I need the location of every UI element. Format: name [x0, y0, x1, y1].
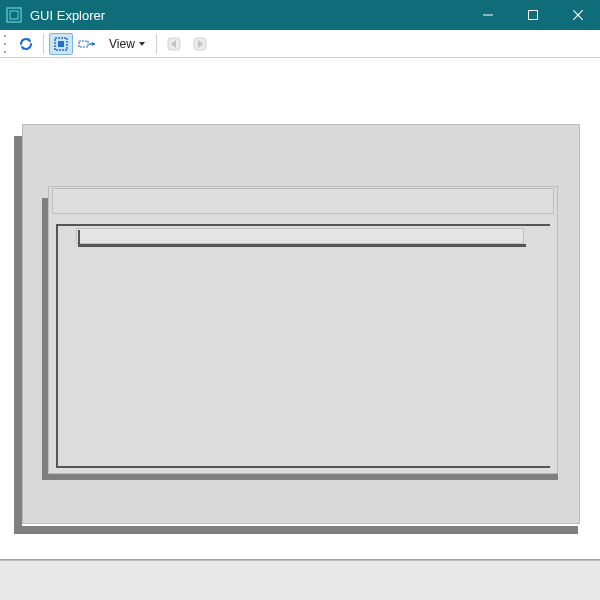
inset-header[interactable]	[52, 188, 554, 214]
frame-line	[56, 224, 58, 468]
inset-row[interactable]	[76, 228, 524, 244]
svg-rect-1	[10, 11, 18, 19]
panel-shadow	[14, 136, 22, 534]
canvas-area[interactable]	[0, 58, 600, 560]
frame-line	[56, 224, 550, 226]
chevron-down-icon	[139, 42, 145, 46]
statusbar	[0, 560, 600, 600]
frame-line	[78, 230, 80, 246]
frame-line	[78, 244, 526, 247]
minimize-button[interactable]	[465, 0, 510, 30]
titlebar: GUI Explorer	[0, 0, 600, 30]
nav-forward-button[interactable]	[188, 33, 212, 55]
maximize-button[interactable]	[510, 0, 555, 30]
svg-marker-12	[92, 42, 95, 46]
toolbar-grip	[4, 35, 10, 53]
panel-shadow	[14, 526, 578, 534]
window-controls	[465, 0, 600, 30]
svg-rect-0	[7, 8, 21, 22]
toolbar: View	[0, 30, 600, 58]
panel-shadow	[42, 474, 558, 480]
view-label: View	[109, 37, 135, 51]
view-menu-button[interactable]: View	[101, 33, 151, 55]
svg-rect-10	[79, 41, 88, 47]
refresh-button[interactable]	[14, 33, 38, 55]
close-button[interactable]	[555, 0, 600, 30]
outline-mode-button[interactable]	[75, 33, 99, 55]
toolbar-separator	[156, 34, 157, 54]
svg-rect-9	[58, 41, 64, 47]
app-icon	[6, 7, 22, 23]
nav-back-button[interactable]	[162, 33, 186, 55]
selection-mode-button[interactable]	[49, 33, 73, 55]
toolbar-separator	[43, 34, 44, 54]
svg-rect-3	[528, 11, 537, 20]
frame-line	[56, 466, 550, 468]
window-title: GUI Explorer	[30, 8, 465, 23]
